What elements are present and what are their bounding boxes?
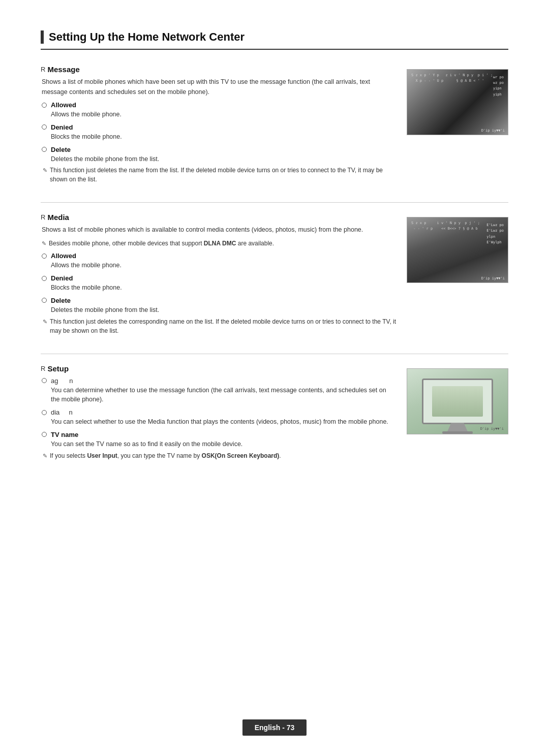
message-r-marker: R bbox=[41, 66, 45, 73]
message-content: R Message Shows a list of mobile phones … bbox=[41, 65, 396, 188]
setup-tvname-desc: You can set the TV name so as to find it… bbox=[51, 439, 396, 449]
setup-content: R Setup ag n You can determine whether t… bbox=[41, 364, 396, 464]
setup-section: R Setup ag n You can determine whether t… bbox=[41, 364, 508, 464]
media-allowed-option: Allowed Allows the mobile phone. bbox=[42, 252, 396, 270]
media-delete-option: Delete Deletes the mobile phone from the… bbox=[42, 297, 396, 335]
media-note: ✎ Besides mobile phone, other mobile dev… bbox=[42, 239, 396, 248]
media-header: R Media bbox=[41, 213, 396, 222]
media-desc: Shows a list of mobile phones which is a… bbox=[42, 225, 396, 235]
media-denied-desc: Blocks the mobile phone. bbox=[51, 283, 396, 293]
media-section: R Media Shows a list of mobile phones wh… bbox=[41, 213, 508, 339]
message-screen-mock: S z x p ' Y p z i v ' N p y p i ' ; X p … bbox=[407, 69, 508, 135]
setup-media-dia-label: dia n bbox=[51, 408, 73, 416]
tv-stand bbox=[447, 423, 468, 432]
tv-shape bbox=[422, 379, 493, 424]
media-delete-radio[interactable] bbox=[42, 298, 47, 303]
media-allowed-label: Allowed bbox=[51, 252, 76, 260]
page-title: Setting Up the Home Network Center bbox=[41, 30, 508, 50]
media-delete-desc: Deletes the mobile phone from the list. bbox=[51, 305, 396, 315]
media-denied-option: Denied Blocks the mobile phone. bbox=[42, 274, 396, 293]
message-delete-desc: Deletes the mobile phone from the list. bbox=[51, 154, 396, 164]
media-title: Media bbox=[47, 213, 69, 222]
message-delete-note: ✎ This function just deletes the name fr… bbox=[43, 166, 396, 184]
section-divider-1 bbox=[41, 202, 508, 203]
footer-badge: English - 73 bbox=[242, 719, 307, 736]
message-allowed-option: Allowed Allows the mobile phone. bbox=[42, 101, 396, 119]
media-delete-label: Delete bbox=[51, 297, 71, 304]
message-denied-label: Denied bbox=[51, 123, 73, 131]
note-icon-3: ✎ bbox=[43, 318, 47, 326]
setup-tvname-option: TV name You can set the TV name so as to… bbox=[42, 431, 396, 460]
setup-tv-panel: D'ip iy▼▼'i bbox=[407, 368, 508, 434]
setup-media-desc: You can select whether to use the Media … bbox=[51, 417, 396, 427]
setup-message-radio[interactable] bbox=[42, 378, 47, 383]
message-desc: Shows a list of mobile phones which have… bbox=[42, 77, 396, 97]
media-r-marker: R bbox=[41, 213, 45, 221]
tv-base bbox=[442, 431, 473, 434]
setup-tv-image: D'ip iy▼▼'i bbox=[407, 368, 508, 434]
message-delete-radio[interactable] bbox=[42, 147, 47, 152]
message-denied-desc: Blocks the mobile phone. bbox=[51, 132, 396, 142]
setup-tvname-note: ✎ If you selects User Input, you can typ… bbox=[43, 451, 396, 460]
message-denied-radio[interactable] bbox=[42, 124, 47, 130]
message-screen-panel: S z x p ' Y p z i v ' N p y p i ' ; X p … bbox=[407, 69, 508, 135]
note-icon-1: ✎ bbox=[43, 166, 47, 175]
message-allowed-desc: Allows the mobile phone. bbox=[51, 110, 396, 119]
section-divider-2 bbox=[41, 354, 508, 354]
setup-tvname-radio[interactable] bbox=[42, 432, 47, 437]
media-allowed-radio[interactable] bbox=[42, 254, 47, 259]
media-content: R Media Shows a list of mobile phones wh… bbox=[41, 213, 396, 339]
setup-message-option: ag n You can determine whether to use th… bbox=[42, 377, 396, 405]
setup-header: R Setup bbox=[41, 364, 396, 373]
media-screen-mock: S z x p i v ' N p y p j ' ; - - ' r p <<… bbox=[407, 217, 508, 283]
note-icon-2: ✎ bbox=[42, 239, 46, 248]
setup-media-radio[interactable] bbox=[42, 410, 47, 415]
setup-message-desc: You can determine whether to use the mes… bbox=[51, 386, 396, 405]
footer: English - 73 bbox=[0, 719, 549, 736]
setup-title: Setup bbox=[47, 364, 69, 373]
message-allowed-radio[interactable] bbox=[42, 103, 47, 108]
media-allowed-desc: Allows the mobile phone. bbox=[51, 261, 396, 270]
message-screen-lines: wr po wz po yipn yiph bbox=[493, 75, 504, 98]
media-denied-radio[interactable] bbox=[42, 276, 47, 281]
note-icon-4: ✎ bbox=[43, 452, 47, 460]
footer-label: English - 73 bbox=[255, 723, 295, 732]
message-section: R Message Shows a list of mobile phones … bbox=[41, 65, 508, 188]
message-denied-option: Denied Blocks the mobile phone. bbox=[42, 123, 396, 142]
message-header: R Message bbox=[41, 65, 396, 74]
message-delete-label: Delete bbox=[51, 146, 71, 153]
setup-r-marker: R bbox=[41, 365, 45, 372]
media-screen-lines: E'Lwz po E'Lwz po ylpn E'Wylph bbox=[486, 223, 504, 245]
media-delete-note: ✎ This function just deletes the corresp… bbox=[43, 317, 396, 335]
message-title: Message bbox=[47, 65, 79, 74]
message-allowed-label: Allowed bbox=[51, 101, 76, 109]
setup-message-ag-label: ag n bbox=[51, 377, 73, 385]
setup-tvname-label: TV name bbox=[51, 431, 78, 438]
media-screen-panel: S z x p i v ' N p y p j ' ; - - ' r p <<… bbox=[407, 217, 508, 283]
media-denied-label: Denied bbox=[51, 274, 73, 282]
message-delete-option: Delete Deletes the mobile phone from the… bbox=[42, 146, 396, 184]
setup-media-option: dia n You can select whether to use the … bbox=[42, 408, 396, 427]
